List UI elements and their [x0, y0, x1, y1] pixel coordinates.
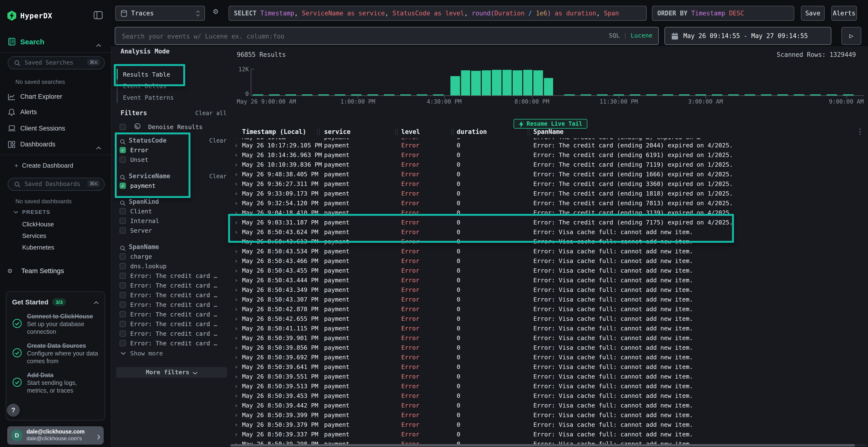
facet-value-error-the-credit-card[interactable]: Error: The credit card …: [120, 281, 227, 290]
run-query-button[interactable]: ▷: [841, 27, 861, 45]
checkbox-unchecked[interactable]: [120, 340, 126, 346]
facet-value-error-the-credit-card[interactable]: Error: The credit card …: [120, 310, 227, 319]
row-expand-chevron[interactable]: ›: [235, 305, 238, 312]
facet-value-error-the-credit-card[interactable]: Error: The credit card …: [120, 339, 227, 348]
checkbox-checked[interactable]: ✓: [120, 147, 126, 153]
get-started-item-add-data[interactable]: Add DataStart sending logs, metrics, or …: [12, 371, 99, 394]
column-header-spanname[interactable]: SpanName: [533, 128, 563, 135]
sidebar-item-alerts[interactable]: Alerts: [0, 106, 111, 119]
histogram-bar[interactable]: [461, 70, 470, 95]
row-expand-chevron[interactable]: ›: [235, 296, 238, 303]
row-expand-chevron[interactable]: ›: [235, 151, 238, 158]
preset-item-clickhouse[interactable]: ClickHouse: [22, 220, 99, 228]
facet-value-error-the-credit-card[interactable]: Error: The credit card …: [120, 271, 227, 281]
toggle-lucene[interactable]: Lucene: [631, 32, 652, 39]
order-by-input[interactable]: ORDER BY Timestamp DESC: [652, 6, 794, 21]
row-expand-chevron[interactable]: ›: [235, 238, 238, 245]
column-header-duration[interactable]: duration: [457, 128, 487, 135]
help-button[interactable]: ?: [7, 404, 20, 417]
toggle-sql[interactable]: SQL: [609, 32, 620, 39]
histogram-bar[interactable]: [533, 70, 543, 96]
histogram-bar[interactable]: [523, 70, 532, 95]
row-expand-chevron[interactable]: ›: [235, 218, 238, 226]
sidebar-item-team-settings[interactable]: ⚙ Team Settings: [0, 265, 111, 278]
checkbox-unchecked[interactable]: [120, 282, 126, 288]
checkbox-unchecked[interactable]: [120, 157, 126, 163]
sidebar-item-chart-explorer[interactable]: Chart Explorer: [0, 91, 111, 104]
row-expand-chevron[interactable]: ›: [235, 344, 238, 351]
row-expand-chevron[interactable]: ›: [235, 440, 238, 444]
table-row[interactable]: ›May 26 8:50:43.624 PMpaymentError0Error…: [229, 227, 868, 236]
clear-all-filters-link[interactable]: Clear all: [187, 110, 227, 116]
histogram-bar[interactable]: [544, 78, 553, 96]
table-row[interactable]: ›May 26 8:50:43.613 PMpaymentError0Error…: [229, 236, 868, 246]
histogram-bar[interactable]: [513, 70, 522, 96]
column-resize-handle[interactable]: [528, 129, 530, 135]
table-row[interactable]: ›May 26 8:50:43.307 PMpaymentError0Error…: [229, 294, 868, 304]
column-resize-handle[interactable]: [396, 129, 398, 135]
more-filters-button[interactable]: More filters: [116, 367, 227, 378]
row-expand-chevron[interactable]: ›: [235, 382, 238, 389]
checkbox-unchecked[interactable]: [120, 124, 126, 130]
table-row[interactable]: ›May 26 8:50:43.534 PMpaymentError0Error…: [229, 246, 868, 255]
create-dashboard-button[interactable]: +Create Dashboard: [14, 162, 73, 169]
facet-value-error-the-credit-card[interactable]: Error: The credit card …: [120, 329, 227, 339]
table-row[interactable]: ›May 26 8:50:43.466 PMpaymentError0Error…: [229, 255, 868, 265]
table-row[interactable]: ›May 26 9:36:27.311 PMpaymentError0Error…: [229, 178, 868, 188]
table-row[interactable]: ›May 26 8:50:39.551 PMpaymentError0Error…: [229, 371, 868, 381]
source-settings-gear-icon[interactable]: ⚙: [213, 6, 218, 16]
denoise-results-checkbox[interactable]: Denoise Results: [120, 122, 203, 131]
analysis-mode-event-patterns[interactable]: Event Patterns: [118, 92, 226, 103]
facet-value-charge[interactable]: charge: [120, 252, 227, 262]
checkbox-unchecked[interactable]: [120, 292, 126, 298]
column-header-service[interactable]: service: [324, 128, 350, 135]
table-row[interactable]: ›May 26 9:33:09.173 PMpaymentError0Error…: [229, 188, 868, 198]
table-row[interactable]: ›May 26 8:50:39.901 PMpaymentError0Error…: [229, 333, 868, 342]
checkbox-unchecked[interactable]: [120, 253, 126, 260]
column-header-level[interactable]: level: [401, 128, 420, 135]
horizontal-scrollbar-thumb[interactable]: [230, 444, 855, 447]
sidebar-collapse-icon[interactable]: [94, 11, 103, 19]
row-expand-chevron[interactable]: ›: [235, 276, 238, 283]
row-expand-chevron[interactable]: ›: [235, 267, 238, 274]
table-row[interactable]: ›May 26 8:50:39.513 PMpaymentError0Error…: [229, 381, 868, 390]
search-input[interactable]: [121, 28, 557, 45]
facet-value-dns-lookup[interactable]: dns.lookup: [120, 262, 227, 271]
column-resize-handle[interactable]: [317, 129, 320, 135]
saved-dashboards-input[interactable]: Saved Dashboards ⌘K: [8, 178, 105, 191]
sidebar-item-search[interactable]: Search: [0, 36, 111, 49]
row-expand-chevron[interactable]: ›: [235, 324, 238, 332]
table-row[interactable]: ›May 26 9:32:54.120 PMpaymentError0Error…: [229, 198, 868, 207]
histogram-bar[interactable]: [492, 70, 501, 95]
presets-section-toggle[interactable]: PRESETS: [13, 209, 51, 215]
table-row[interactable]: ›May 26 10:14:36.963 PMpaymentError0Erro…: [229, 149, 868, 159]
checkbox-unchecked[interactable]: [120, 302, 126, 308]
resume-live-tail-button[interactable]: Resume Live Tail: [514, 119, 587, 129]
row-expand-chevron[interactable]: ›: [235, 315, 238, 322]
table-options-kebab-icon[interactable]: ⋮: [857, 127, 864, 136]
save-button[interactable]: Save: [801, 6, 825, 21]
row-expand-chevron[interactable]: ›: [235, 411, 238, 418]
table-row[interactable]: ›May 26 8:50:43.455 PMpaymentError0Error…: [229, 265, 868, 275]
checkbox-unchecked[interactable]: [120, 311, 126, 317]
sidebar-item-client-sessions[interactable]: Client Sessions: [0, 122, 111, 136]
checkbox-unchecked[interactable]: [120, 331, 126, 337]
row-expand-chevron[interactable]: ›: [235, 373, 238, 380]
table-row[interactable]: ›May 26 8:50:42.655 PMpaymentError0Error…: [229, 313, 868, 323]
histogram-bar[interactable]: [471, 71, 480, 95]
table-row[interactable]: ›May 26 10:17:29.105 PMpaymentError0Erro…: [229, 140, 868, 149]
histogram-bar[interactable]: [482, 70, 491, 96]
source-select[interactable]: Traces: [115, 6, 205, 21]
table-row[interactable]: ›May 26 9:03:31.187 PMpaymentError0Error…: [229, 217, 868, 227]
row-expand-chevron[interactable]: ›: [235, 363, 238, 370]
row-expand-chevron[interactable]: ›: [235, 402, 238, 409]
row-expand-chevron[interactable]: ›: [235, 247, 238, 254]
row-expand-chevron[interactable]: ›: [235, 180, 238, 187]
table-row[interactable]: ›May 26 8:50:43.444 PMpaymentError0Error…: [229, 275, 868, 284]
table-row[interactable]: ›May 26 8:50:39.399 PMpaymentError0Error…: [229, 410, 868, 419]
checkbox-unchecked[interactable]: [120, 227, 126, 234]
facet-value-unset[interactable]: Unset: [120, 155, 227, 165]
get-started-item-connect-to-clickhouse[interactable]: Connect to ClickHouseSet up your databas…: [12, 313, 99, 336]
sql-select-input[interactable]: SELECT Timestamp, ServiceName as service…: [228, 6, 647, 21]
histogram-bar[interactable]: [451, 76, 460, 95]
